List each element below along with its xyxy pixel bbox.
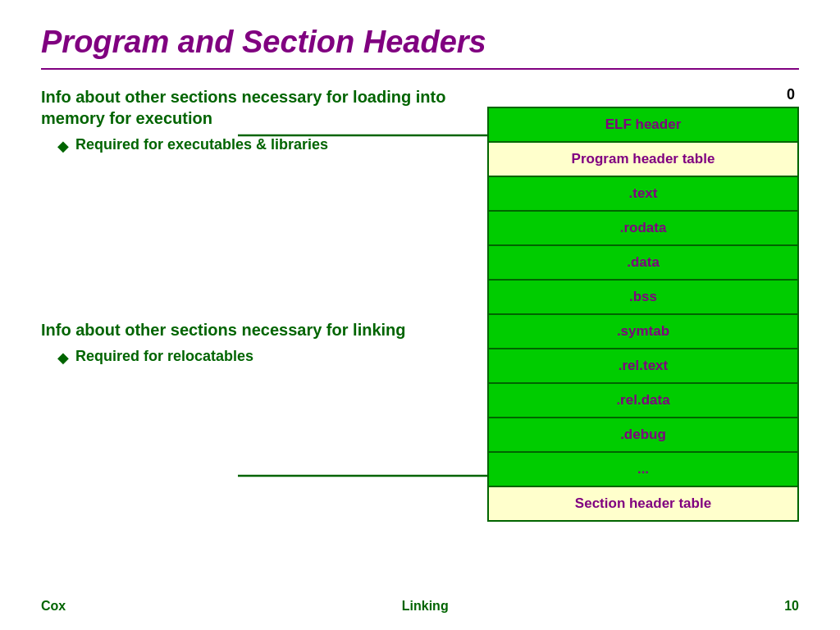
elf-table: ELF header Program header table .text .r… (487, 107, 799, 522)
elf-row-rodata: .rodata (489, 212, 797, 246)
slide: Program and Section Headers Info about o… (0, 0, 840, 630)
elf-row-bss: .bss (489, 281, 797, 315)
lower-bullet-text: Required for relocatables (75, 347, 253, 366)
elf-row-rel-text: .rel.text (489, 349, 797, 384)
lower-bullet-item: ◆ Required for relocatables (57, 347, 471, 367)
upper-info-block: Info about other sections necessary for … (41, 86, 471, 155)
elf-row-ellipsis: ... (489, 453, 797, 487)
lower-info-text: Info about other sections necessary for … (41, 319, 471, 340)
content-area: Info about other sections necessary for … (41, 86, 799, 587)
elf-row-elf-header: ELF header (489, 108, 797, 143)
elf-row-symtab: .symtab (489, 315, 797, 349)
upper-bullet-item: ◆ Required for executables & libraries (57, 135, 471, 155)
elf-row-text: .text (489, 177, 797, 212)
footer-center: Linking (402, 599, 449, 614)
elf-row-rel-data: .rel.data (489, 384, 797, 418)
elf-row-section-header-table: Section header table (489, 487, 797, 520)
title-divider (41, 68, 799, 70)
footer: Cox Linking 10 (41, 587, 799, 614)
lower-bullet-icon: ◆ (57, 349, 69, 367)
page-title: Program and Section Headers (41, 25, 799, 60)
zero-label: 0 (487, 86, 799, 103)
footer-left: Cox (41, 599, 66, 614)
right-panel: 0 ELF header Program header table .text … (487, 86, 799, 587)
elf-row-debug: .debug (489, 418, 797, 453)
upper-bullet-icon: ◆ (57, 137, 69, 155)
upper-info-text: Info about other sections necessary for … (41, 86, 471, 129)
elf-row-program-header-table: Program header table (489, 143, 797, 177)
left-panel: Info about other sections necessary for … (41, 86, 487, 587)
lower-info-block: Info about other sections necessary for … (41, 319, 471, 367)
upper-bullet-text: Required for executables & libraries (75, 135, 328, 154)
footer-right: 10 (784, 599, 799, 614)
elf-row-data: .data (489, 246, 797, 281)
